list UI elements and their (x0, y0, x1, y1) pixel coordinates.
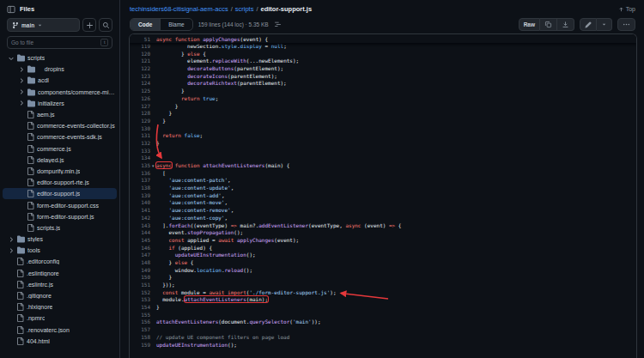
tree-file-item[interactable]: .npmrc (3, 312, 117, 324)
tree-file-item[interactable]: .eslintrc.js (3, 279, 117, 290)
blame-tab[interactable]: Blame (160, 19, 191, 30)
code-line: 126 return true; (130, 95, 636, 103)
line-number[interactable]: 130 (130, 125, 150, 133)
back-to-top-link[interactable]: Top (618, 6, 635, 13)
tree-file-item[interactable]: .renovaterc.json (3, 325, 117, 336)
tree-folder-item[interactable]: acdl (3, 75, 117, 86)
tree-file-item[interactable]: scripts.js (3, 222, 117, 234)
line-number[interactable]: 119 (130, 43, 150, 51)
tree-file-item[interactable]: .hlxignore (3, 301, 117, 312)
download-button[interactable] (557, 18, 574, 31)
line-number[interactable]: 152 (130, 289, 150, 297)
breadcrumb-folder-link[interactable]: scripts (235, 5, 254, 13)
line-number[interactable]: 157 (130, 326, 150, 334)
file-icon (27, 145, 34, 153)
tree-file-item[interactable]: commerce-events-sdk.js (3, 131, 117, 143)
tree-file-item[interactable]: 404.html (3, 336, 117, 347)
line-number[interactable]: 159 (130, 342, 150, 349)
line-number[interactable]: 143 (130, 222, 150, 230)
tree-folder-item[interactable]: tools (3, 245, 117, 256)
line-number[interactable]: 147 (130, 252, 150, 259)
breadcrumb-repo-link[interactable]: techinsiders68-citisignal-aem-accs (130, 5, 228, 13)
copy-raw-button[interactable] (540, 18, 557, 31)
line-number[interactable]: 145 (130, 237, 150, 245)
file-icon (16, 258, 24, 265)
line-number[interactable]: 148 (130, 259, 150, 267)
tree-file-item[interactable]: .editorconfig (3, 256, 117, 267)
chevron-down-icon (601, 21, 607, 27)
add-file-button[interactable] (82, 18, 96, 32)
line-number[interactable]: 51 (130, 36, 150, 44)
tree-file-item[interactable]: form-editor-support.js (3, 211, 117, 222)
edit-dropdown-button[interactable] (597, 18, 612, 31)
fold-caret-icon[interactable]: ▾ (152, 162, 155, 170)
line-number[interactable]: 150 (130, 274, 150, 282)
code-tab[interactable]: Code (131, 19, 160, 30)
tree-item-label: acdl (38, 77, 49, 83)
go-to-file-input[interactable]: Go to file t (7, 36, 112, 49)
line-number[interactable]: 158 (130, 334, 150, 342)
line-number[interactable]: 153 (130, 296, 150, 304)
line-number[interactable]: 134 (130, 155, 150, 162)
line-number[interactable]: 144 (130, 229, 150, 237)
tree-folder-item[interactable]: initializers (3, 98, 117, 109)
line-number[interactable]: 140 (130, 199, 150, 207)
search-icon (102, 21, 110, 29)
line-number[interactable]: 141 (130, 207, 150, 215)
line-number[interactable]: 154 (130, 304, 150, 312)
code-text: decorateButtons(parentElement); (156, 65, 283, 73)
line-number[interactable]: 149 (130, 267, 150, 275)
tree-file-item[interactable]: .eslintignore (3, 268, 117, 279)
line-number[interactable]: 137 (130, 177, 150, 185)
line-number[interactable]: 151 (130, 282, 150, 289)
line-number[interactable]: 156 (130, 319, 150, 326)
line-number[interactable]: 136 (130, 170, 150, 178)
line-number[interactable]: 135 (130, 162, 150, 170)
line-number[interactable]: 121 (130, 58, 150, 65)
tree-item-label: .renovaterc.json (27, 327, 70, 333)
line-number[interactable]: 131 (130, 132, 150, 140)
shortcut-badge: t (100, 39, 108, 46)
copy-icon (544, 21, 552, 28)
code-text: newSection.style.display = null; (156, 43, 287, 51)
line-number[interactable]: 155 (130, 312, 150, 319)
tree-file-item[interactable]: aem.js (3, 109, 117, 120)
line-number[interactable]: 123 (130, 73, 150, 81)
line-number[interactable]: 142 (130, 215, 150, 222)
tree-file-item[interactable]: .gitignore (3, 290, 117, 301)
tree-file-item[interactable]: editor-support-rte.js (3, 177, 117, 188)
symbols-button[interactable] (274, 21, 282, 28)
tree-file-item[interactable]: form-editor-support.css (3, 199, 117, 210)
line-number[interactable]: 128 (130, 110, 150, 118)
tree-folder-item[interactable]: components/commerce-mini-pdp (3, 87, 117, 98)
line-number[interactable]: 138 (130, 185, 150, 192)
search-button[interactable] (99, 18, 112, 32)
file-info: 159 lines (144 loc) · 5.35 KB (198, 21, 269, 27)
tree-file-item[interactable]: dompurify.min.js (3, 166, 117, 177)
line-number[interactable]: 127 (130, 103, 150, 111)
line-number[interactable]: 124 (130, 80, 150, 88)
line-number[interactable]: 139 (130, 192, 150, 200)
line-number[interactable]: 146 (130, 245, 150, 252)
tree-folder-item[interactable]: __dropins__ (3, 64, 117, 75)
more-options-button[interactable] (617, 18, 635, 31)
line-number[interactable]: 132 (130, 140, 150, 148)
code-line: 141 'aue:content-remove', (130, 207, 636, 215)
branch-selector[interactable]: main (7, 18, 80, 32)
line-number[interactable]: 125 (130, 88, 150, 95)
raw-button[interactable]: Raw (519, 18, 540, 31)
line-number[interactable]: 122 (130, 65, 150, 73)
line-number[interactable]: 120 (130, 51, 150, 58)
tree-file-item[interactable]: editor-support.js (3, 188, 117, 199)
edit-button[interactable] (580, 18, 597, 31)
collapse-sidebar-button[interactable] (7, 5, 15, 14)
tree-folder-item[interactable]: styles (3, 234, 117, 245)
tree-folder-item[interactable]: scripts (3, 52, 117, 64)
line-number[interactable]: 126 (130, 95, 150, 103)
file-toolbar: Code Blame 159 lines (144 loc) · 5.35 KB… (130, 17, 635, 32)
tree-file-item[interactable]: delayed.js (3, 155, 117, 166)
tree-file-item[interactable]: commerce.js (3, 143, 117, 155)
line-number[interactable]: 133 (130, 148, 150, 155)
tree-file-item[interactable]: commerce-events-collector.js (3, 120, 117, 131)
line-number[interactable]: 129 (130, 118, 150, 125)
